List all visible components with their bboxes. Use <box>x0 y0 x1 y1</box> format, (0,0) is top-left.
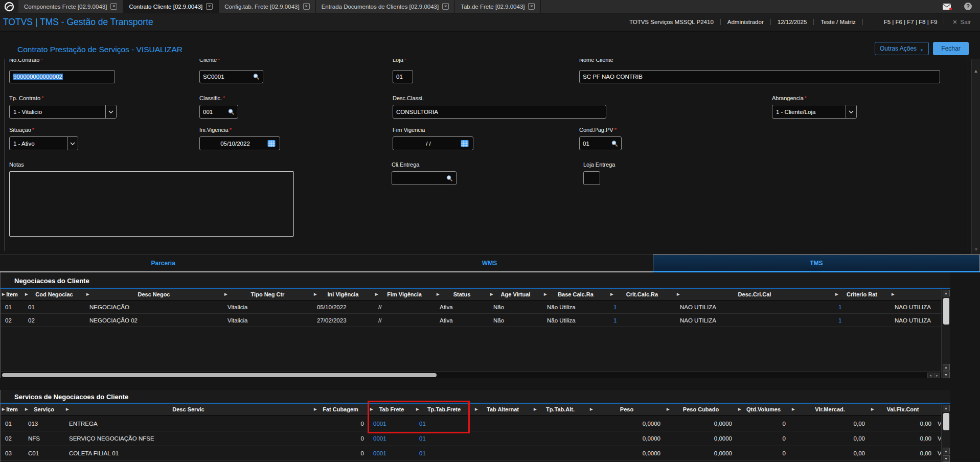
scroll-left-icon[interactable] <box>927 373 933 378</box>
column-header-item[interactable]: ▶Item <box>1 404 24 415</box>
grid-row[interactable]: 01013ENTREGA00001010,00000,000000,000,00… <box>1 417 941 431</box>
notas-textarea[interactable] <box>9 171 294 237</box>
user-label: Administrador <box>721 19 771 25</box>
column-header-tipo-neg-ctr[interactable]: ▶Tipo Neg Ctr <box>223 289 312 300</box>
nome-cliente-input[interactable]: SC PF NAO CONTRIB <box>579 70 940 83</box>
column-arrow-icon: ▶ <box>871 407 874 411</box>
column-header-tab-alternat[interactable]: ▶Tab Alternat <box>473 404 532 415</box>
grid-cell: 0,0000 <box>588 450 665 456</box>
calendar-icon[interactable] <box>461 137 470 150</box>
logout-label: Sair <box>961 19 971 25</box>
window-tab[interactable]: Entrada Documentos de Clientes [02.9.004… <box>316 0 455 13</box>
no-contrato-input[interactable]: 900000000000002 <box>9 70 115 83</box>
page-up-icon[interactable] <box>943 448 950 454</box>
tab-close-icon[interactable]: × <box>442 3 449 10</box>
grid-cell: Não Utiliza <box>542 317 609 324</box>
loja-entrega-input[interactable] <box>583 171 600 185</box>
lookup-magnifier-icon[interactable] <box>227 108 235 115</box>
calendar-icon[interactable] <box>267 137 277 150</box>
page-up-icon[interactable] <box>943 364 950 371</box>
other-actions-button[interactable]: Outras Ações <box>875 42 929 55</box>
tab-close-icon[interactable]: × <box>528 3 535 10</box>
classific-input[interactable]: 001 <box>199 105 238 119</box>
column-header-desc-cri-cal[interactable]: ▶Desc.Cri.Cal <box>675 289 834 300</box>
grid-cell: NEGOCIAÇÃO <box>85 304 223 310</box>
column-header-fim-vig-ncia[interactable]: ▶Fim Vigência <box>374 289 435 300</box>
loja-label: Loja <box>393 59 406 63</box>
tp-contrato-select[interactable]: 1 - Vitalicio <box>9 105 117 119</box>
column-header-desc-negoc[interactable]: ▶Desc Negoc <box>85 289 223 300</box>
tab-wms[interactable]: WMS <box>326 255 652 272</box>
vscroll-thumb[interactable] <box>943 413 949 430</box>
grid-row[interactable]: 0101NEGOCIAÇÃOVitalicia05/10/2022//Ativa… <box>1 301 941 314</box>
vscroll-thumb[interactable] <box>943 298 949 325</box>
situacao-select[interactable]: 1 - Ativo <box>9 136 78 150</box>
dropdown-chevron-icon[interactable] <box>67 137 78 150</box>
vertical-scrollbar[interactable] <box>941 289 950 378</box>
column-label: Crit.Calc.Ra <box>626 291 658 297</box>
desc-classi-input[interactable]: CONSULTORIA <box>393 105 606 119</box>
window-tab[interactable]: Contrato Cliente [02.9.0043]× <box>123 0 219 13</box>
scroll-right-icon[interactable] <box>934 373 940 378</box>
cliente-input[interactable]: SC0001 <box>199 70 263 83</box>
column-header-fat-cubagem[interactable]: ▶Fat Cubagem <box>312 404 369 415</box>
help-icon[interactable] <box>964 3 972 10</box>
column-header-ini-vig-ncia[interactable]: ▶Ini Vigência <box>312 289 374 300</box>
window-tab[interactable]: Tab.de Frete [02.9.0043]× <box>455 0 541 13</box>
column-arrow-icon: ▶ <box>2 407 5 411</box>
hscroll-thumb[interactable] <box>2 373 437 377</box>
abrangencia-select[interactable]: 1 - Cliente/Loja <box>772 105 857 119</box>
tab-parceria[interactable]: Parceria <box>0 255 326 272</box>
column-header-desc-servic[interactable]: ▶Desc Servic <box>64 404 312 415</box>
column-header-peso-cubado[interactable]: ▶Peso Cubado <box>665 404 737 415</box>
column-header-tp-tab-alt-[interactable]: ▶Tp.Tab.Alt. <box>532 404 588 415</box>
window-tab[interactable]: Config.tab. Frete [02.9.0043]× <box>219 0 315 13</box>
cond-pag-pv-input[interactable]: 01 <box>579 136 622 150</box>
column-header-age-virtual[interactable]: ▶Age Virtual <box>489 289 542 300</box>
vertical-scrollbar[interactable] <box>941 404 950 462</box>
loja-input[interactable]: 01 <box>393 70 413 83</box>
lookup-magnifier-icon[interactable] <box>446 175 453 182</box>
page-down-icon[interactable] <box>943 455 950 462</box>
logout-button[interactable]: Sair <box>944 19 976 26</box>
tab-close-icon[interactable]: × <box>303 3 310 10</box>
column-header-item[interactable]: ▶Item <box>1 289 24 300</box>
column-header-qtd-volumes[interactable]: ▶Qtd.Volumes <box>737 404 790 415</box>
lookup-magnifier-icon[interactable] <box>611 140 618 147</box>
lookup-magnifier-icon[interactable] <box>253 73 260 80</box>
tab-tms[interactable]: TMS <box>653 255 980 272</box>
abrangencia-label: Abrangencia <box>772 95 807 101</box>
column-header-vlr-mercad-[interactable]: ▶Vlr.Mercad. <box>790 404 870 415</box>
mail-icon[interactable] <box>943 4 951 10</box>
column-header-peso[interactable]: ▶Peso <box>588 404 665 415</box>
grid-row[interactable]: 03C01COLETA FILIAL 0100001010,00000,0000… <box>1 446 941 461</box>
grid-row[interactable]: 0202NEGOCIAÇÃO 02Vitalicia27/02/2023//At… <box>1 314 941 327</box>
tab-label: Parceria <box>151 260 175 267</box>
tab-close-icon[interactable]: × <box>206 3 213 10</box>
dropdown-chevron-icon[interactable] <box>846 105 856 118</box>
grid-row[interactable]: 02NFSSERVIÇO NEGOCIAÇÃO NFSE00001010,000… <box>1 431 941 446</box>
horizontal-scrollbar[interactable] <box>1 372 941 378</box>
column-header-val-fix-cont[interactable]: ▶Val.Fix.Cont <box>870 404 936 415</box>
page-down-icon[interactable] <box>943 372 950 378</box>
ini-vigencia-input[interactable]: 05/10/2022 <box>199 136 280 150</box>
dropdown-chevron-icon[interactable] <box>105 105 116 118</box>
close-button[interactable]: Fechar <box>933 42 969 55</box>
scroll-up-icon[interactable] <box>943 405 950 411</box>
column-header-status[interactable]: ▶Status <box>435 289 489 300</box>
column-header-base-calc-ra[interactable]: ▶Base Calc.Ra <box>542 289 609 300</box>
window-tab[interactable]: Componentes Frete [02.9.0043]× <box>18 0 123 13</box>
scroll-up-icon[interactable] <box>943 290 950 296</box>
scroll-down-icon[interactable] <box>973 245 979 252</box>
column-label: Desc Negoc <box>138 291 170 297</box>
column-header-blank[interactable]: ▶ <box>890 289 941 300</box>
column-header-cod-negociac[interactable]: ▶Cod Negociac <box>24 289 85 300</box>
column-header-servi-o[interactable]: ▶Serviço <box>24 404 64 415</box>
tab-close-icon[interactable]: × <box>110 3 117 10</box>
fim-vigencia-input[interactable]: / / <box>393 136 473 150</box>
form-vertical-scrollbar[interactable] <box>971 59 980 254</box>
cli-entrega-input[interactable] <box>392 171 457 185</box>
column-header-criterio-rat[interactable]: ▶Criterio Rat <box>834 289 890 300</box>
scroll-up-icon[interactable] <box>973 67 979 74</box>
column-header-crit-calc-ra[interactable]: ▶Crit.Calc.Ra <box>609 289 675 300</box>
